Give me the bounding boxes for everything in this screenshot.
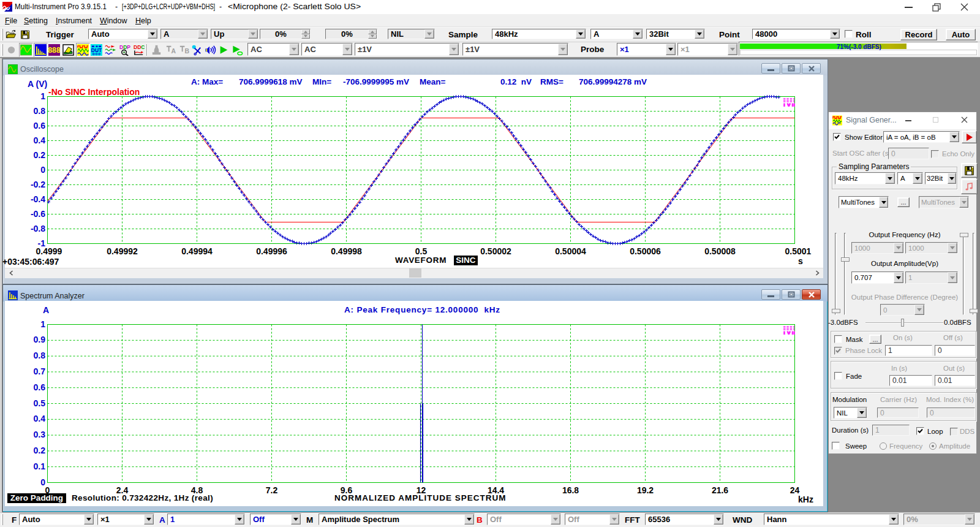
svg-text:A: A	[171, 48, 176, 55]
svg-text:DUT: DUT	[91, 47, 102, 53]
svg-text:888: 888	[48, 46, 60, 55]
svg-text:DDP: DDP	[119, 44, 130, 50]
svg-text:DDC: DDC	[134, 44, 145, 50]
svg-text:B: B	[184, 48, 189, 55]
